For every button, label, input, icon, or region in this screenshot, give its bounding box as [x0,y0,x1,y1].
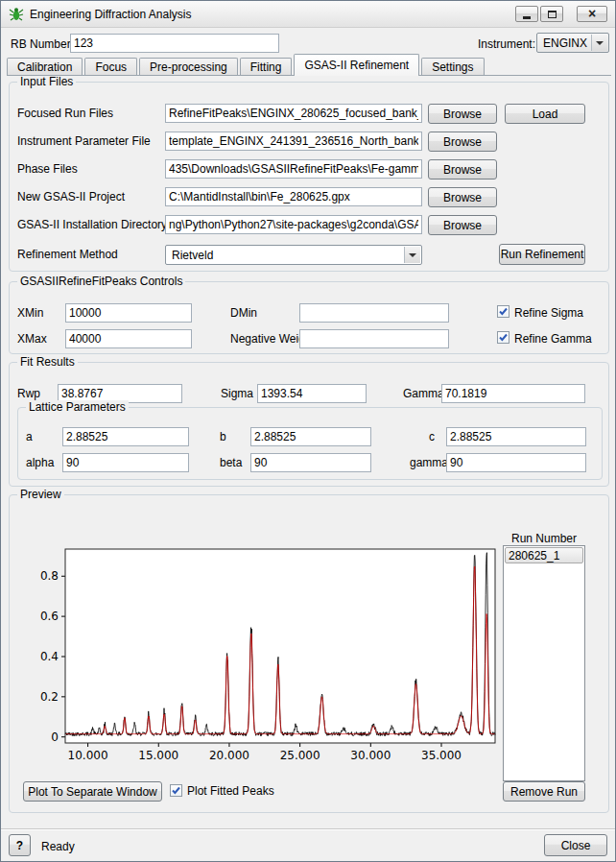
gamma-result-input[interactable] [441,384,585,403]
svg-text:35.000: 35.000 [421,749,462,762]
check-icon [498,306,509,317]
controls-group-title: GSASIIRefineFitPeaks Controls [17,275,185,288]
dmin-input[interactable] [299,303,449,323]
svg-text:0.8: 0.8 [40,569,59,583]
lattice-c-input[interactable] [446,427,586,446]
xmax-input[interactable] [65,329,192,348]
svg-text:10.000: 10.000 [68,749,108,762]
refinement-method-value: Rietveld [172,249,213,262]
refinement-method-label: Refinement Method [17,248,118,261]
lattice-alpha-input[interactable] [62,453,189,472]
lattice-a-label: a [26,430,33,443]
help-button[interactable]: ? [9,834,31,856]
rb-number-input[interactable] [70,34,279,53]
lattice-beta-label: beta [220,456,242,469]
run-number-listbox[interactable]: 280625_1 [503,545,585,781]
fit-results-group-title: Fit Results [17,355,78,369]
close-icon: × [588,7,596,21]
plot-fitted-peaks-checkbox[interactable] [170,784,182,797]
tab-fitting[interactable]: Fitting [240,58,293,76]
tab-calibration[interactable]: Calibration [7,58,83,76]
plot-to-separate-window-button[interactable]: Plot To Separate Window [23,781,162,802]
instrument-combobox[interactable]: ENGINX [536,33,609,53]
svg-text:0.4: 0.4 [40,650,59,663]
status-text: Ready [41,840,75,853]
refine-sigma-label: Refine Sigma [514,306,583,320]
instrument-parameter-browse-button[interactable]: Browse [428,132,497,152]
phase-files-input[interactable] [165,159,422,179]
close-button[interactable]: Close [544,834,607,856]
lattice-b-input[interactable] [250,427,371,446]
rwp-label: Rwp [17,387,40,400]
preview-plot-svg: 10.00015.00020.00025.00030.00035.00000.2… [38,543,499,774]
maximize-button[interactable] [540,6,563,22]
gsas-install-dir-browse-button[interactable]: Browse [428,215,497,235]
instrument-parameter-file-input[interactable] [165,132,422,151]
sigma-label: Sigma [221,387,253,400]
minimize-icon [523,16,531,19]
lattice-b-label: b [220,430,226,443]
load-button[interactable]: Load [505,104,585,124]
refine-sigma-checkbox[interactable] [497,305,509,318]
window-title: Engineering Diffraction Analysis [30,8,192,21]
preview-plot: 10.00015.00020.00025.00030.00035.00000.2… [38,543,499,774]
new-gsas-project-browse-button[interactable]: Browse [428,187,497,207]
focused-run-files-input[interactable] [165,104,422,123]
lattice-a-input[interactable] [62,427,189,446]
input-files-group-title: Input Files [17,75,76,88]
statusbar: ? Ready Close [1,828,615,862]
sigma-input[interactable] [257,384,367,403]
instrument-parameter-file-label: Instrument Parameter File [17,134,151,148]
new-gsas-project-label: New GSAS-II Project [17,190,125,204]
negative-weight-input[interactable] [299,329,449,348]
rb-number-label: RB Number: [11,37,74,51]
svg-text:15.000: 15.000 [138,749,178,762]
svg-text:0: 0 [51,730,59,744]
refinement-method-arrowbox [404,247,420,263]
lattice-beta-input[interactable] [250,453,371,472]
run-list-item[interactable]: 280625_1 [505,547,583,563]
dmin-label: DMin [230,306,257,320]
svg-text:20.000: 20.000 [209,749,249,762]
phase-files-label: Phase Files [17,162,78,176]
minimize-button[interactable] [515,6,538,22]
preview-group: Preview 10.00015.00020.00025.00030.00035… [9,494,609,813]
run-refinement-button[interactable]: Run Refinement [499,244,585,265]
titlebar[interactable]: Engineering Diffraction Analysis × [1,1,615,28]
tab-gsas-ii-refinement[interactable]: GSAS-II Refinement [294,54,419,76]
gsas-install-dir-label: GSAS-II Installation Directory [17,218,167,231]
lattice-parameters-title: Lattice Parameters [26,400,129,414]
input-files-group: Input Files Focused Run Files Browse Loa… [9,82,609,272]
tab-pre-processing[interactable]: Pre-processing [139,58,238,76]
fit-results-group: Fit Results Rwp Sigma Gamma Lattice Para… [9,362,609,487]
svg-text:0.6: 0.6 [40,610,59,623]
preview-group-title: Preview [17,488,64,501]
focused-run-browse-button[interactable]: Browse [428,104,497,124]
instrument-label: Instrument: [478,37,535,51]
engineering-diffraction-window: Engineering Diffraction Analysis × RB Nu… [0,0,616,862]
tab-focus[interactable]: Focus [84,58,137,76]
check-icon [171,785,181,796]
xmax-label: XMax [17,332,47,346]
xmin-input[interactable] [65,303,192,323]
close-window-button[interactable]: × [577,6,607,22]
new-gsas-project-input[interactable] [165,187,422,206]
lattice-gamma-input[interactable] [446,453,586,472]
plot-fitted-peaks-label: Plot Fitted Peaks [187,784,274,798]
svg-text:0.2: 0.2 [40,690,59,704]
check-icon [498,332,509,343]
refinement-method-combobox[interactable]: Rietveld [165,245,422,265]
remove-run-button[interactable]: Remove Run [503,781,585,802]
xmin-label: XMin [17,306,43,320]
focused-run-files-label: Focused Run Files [17,107,113,120]
phase-files-browse-button[interactable]: Browse [428,159,497,180]
lattice-c-label: c [429,430,435,443]
refine-gamma-checkbox[interactable] [497,331,509,344]
tab-settings[interactable]: Settings [421,58,484,76]
refine-gamma-label: Refine Gamma [514,332,592,346]
lattice-parameters-group: Lattice Parameters a b c alpha beta gamm… [17,407,603,480]
maximize-icon [548,11,557,18]
lattice-gamma-label: gamma [410,456,448,469]
instrument-value: ENGINX [543,36,587,50]
gsas-install-dir-input[interactable] [165,215,422,234]
